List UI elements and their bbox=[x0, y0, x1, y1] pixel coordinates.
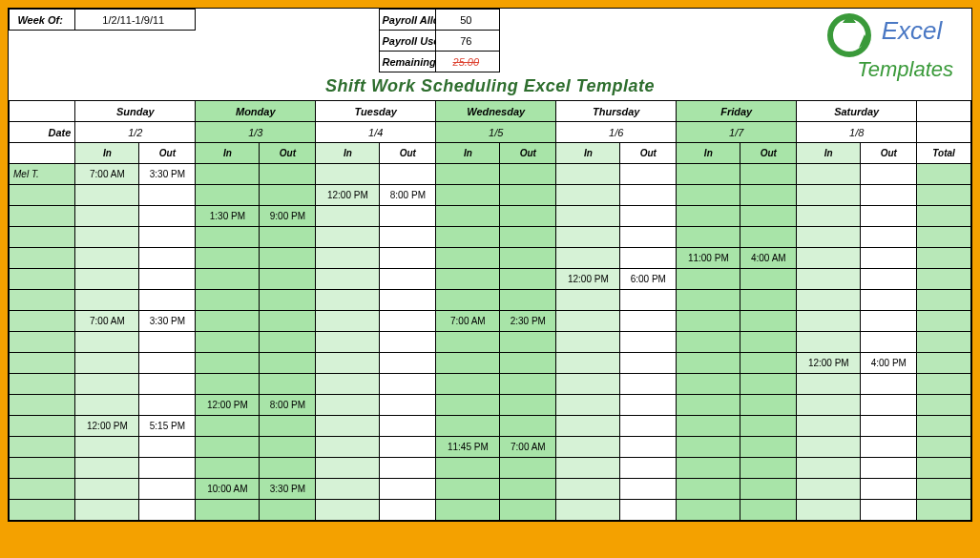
cell-in[interactable] bbox=[556, 374, 620, 395]
cell-out[interactable] bbox=[260, 269, 316, 290]
cell-out[interactable] bbox=[500, 395, 556, 416]
cell-out[interactable] bbox=[500, 479, 556, 500]
cell-in[interactable] bbox=[316, 500, 380, 521]
cell-in[interactable] bbox=[797, 185, 861, 206]
week-of-value[interactable]: 1/2/11-1/9/11 bbox=[75, 10, 196, 31]
cell-in[interactable] bbox=[556, 248, 620, 269]
cell-out[interactable] bbox=[620, 311, 677, 332]
employee-name-cell[interactable] bbox=[10, 500, 75, 521]
cell-out[interactable] bbox=[500, 332, 556, 353]
cell-out[interactable] bbox=[380, 248, 436, 269]
cell-out[interactable] bbox=[260, 458, 316, 479]
cell-out[interactable] bbox=[620, 353, 677, 374]
cell-out[interactable] bbox=[861, 248, 917, 269]
cell-out[interactable]: 4:00 AM bbox=[740, 248, 797, 269]
cell-out[interactable] bbox=[620, 227, 677, 248]
cell-out[interactable] bbox=[861, 374, 917, 395]
cell-in[interactable] bbox=[797, 290, 861, 311]
cell-out[interactable] bbox=[740, 311, 797, 332]
cell-in[interactable] bbox=[677, 479, 740, 500]
cell-in[interactable] bbox=[436, 416, 500, 437]
employee-name-cell[interactable] bbox=[10, 479, 75, 500]
cell-in[interactable]: 7:00 AM bbox=[436, 311, 500, 332]
cell-in[interactable]: 7:00 AM bbox=[75, 311, 139, 332]
cell-in[interactable] bbox=[556, 332, 620, 353]
employee-name-cell[interactable] bbox=[10, 437, 75, 458]
cell-out[interactable] bbox=[260, 353, 316, 374]
cell-in[interactable] bbox=[797, 437, 861, 458]
cell-in[interactable] bbox=[677, 290, 740, 311]
cell-in[interactable] bbox=[797, 269, 861, 290]
cell-in[interactable] bbox=[436, 395, 500, 416]
cell-in[interactable] bbox=[316, 353, 380, 374]
cell-in[interactable] bbox=[196, 332, 260, 353]
cell-in[interactable] bbox=[316, 416, 380, 437]
cell-out[interactable] bbox=[861, 395, 917, 416]
cell-out[interactable] bbox=[260, 437, 316, 458]
cell-out[interactable] bbox=[139, 437, 196, 458]
cell-out[interactable] bbox=[861, 164, 917, 185]
cell-in[interactable]: 12:00 PM bbox=[316, 185, 380, 206]
cell-in[interactable] bbox=[75, 248, 139, 269]
cell-out[interactable] bbox=[380, 332, 436, 353]
cell-out[interactable] bbox=[380, 206, 436, 227]
employee-name-cell[interactable] bbox=[10, 395, 75, 416]
cell-in[interactable] bbox=[677, 353, 740, 374]
cell-out[interactable] bbox=[380, 458, 436, 479]
cell-out[interactable] bbox=[861, 332, 917, 353]
cell-in[interactable] bbox=[436, 206, 500, 227]
cell-out[interactable]: 3:30 PM bbox=[260, 479, 316, 500]
cell-out[interactable] bbox=[740, 269, 797, 290]
cell-out[interactable] bbox=[861, 437, 917, 458]
cell-out[interactable]: 6:00 PM bbox=[620, 269, 677, 290]
cell-in[interactable] bbox=[677, 206, 740, 227]
cell-out[interactable] bbox=[620, 458, 677, 479]
cell-in[interactable] bbox=[797, 395, 861, 416]
cell-in[interactable] bbox=[677, 437, 740, 458]
cell-out[interactable] bbox=[740, 206, 797, 227]
cell-out[interactable]: 4:00 PM bbox=[861, 353, 917, 374]
cell-in[interactable] bbox=[797, 500, 861, 521]
cell-out[interactable]: 9:00 PM bbox=[260, 206, 316, 227]
cell-in[interactable] bbox=[75, 395, 139, 416]
cell-in[interactable] bbox=[797, 164, 861, 185]
cell-out[interactable]: 3:30 PM bbox=[139, 164, 196, 185]
cell-out[interactable] bbox=[861, 206, 917, 227]
cell-out[interactable] bbox=[861, 458, 917, 479]
cell-in[interactable] bbox=[677, 164, 740, 185]
cell-out[interactable] bbox=[620, 248, 677, 269]
cell-in[interactable] bbox=[677, 416, 740, 437]
cell-in[interactable]: 11:45 PM bbox=[436, 437, 500, 458]
cell-in[interactable]: 10:00 AM bbox=[196, 479, 260, 500]
cell-out[interactable] bbox=[740, 227, 797, 248]
cell-in[interactable] bbox=[196, 311, 260, 332]
cell-out[interactable]: 7:00 AM bbox=[500, 437, 556, 458]
cell-in[interactable] bbox=[436, 290, 500, 311]
cell-in[interactable] bbox=[677, 227, 740, 248]
cell-out[interactable] bbox=[380, 227, 436, 248]
cell-out[interactable] bbox=[139, 227, 196, 248]
cell-out[interactable] bbox=[620, 416, 677, 437]
cell-out[interactable] bbox=[620, 290, 677, 311]
cell-out[interactable] bbox=[139, 332, 196, 353]
cell-in[interactable] bbox=[196, 227, 260, 248]
cell-out[interactable] bbox=[380, 269, 436, 290]
cell-out[interactable] bbox=[139, 395, 196, 416]
cell-in[interactable] bbox=[556, 206, 620, 227]
employee-name-cell[interactable] bbox=[10, 269, 75, 290]
cell-out[interactable] bbox=[861, 479, 917, 500]
cell-in[interactable] bbox=[677, 332, 740, 353]
cell-in[interactable] bbox=[75, 353, 139, 374]
cell-out[interactable] bbox=[740, 395, 797, 416]
cell-in[interactable] bbox=[436, 374, 500, 395]
cell-out[interactable] bbox=[861, 500, 917, 521]
employee-name-cell[interactable] bbox=[10, 311, 75, 332]
cell-in[interactable] bbox=[556, 311, 620, 332]
cell-out[interactable] bbox=[139, 290, 196, 311]
cell-in[interactable] bbox=[556, 290, 620, 311]
cell-out[interactable]: 5:15 PM bbox=[139, 416, 196, 437]
cell-in[interactable] bbox=[436, 500, 500, 521]
cell-in[interactable] bbox=[196, 269, 260, 290]
cell-out[interactable] bbox=[620, 332, 677, 353]
cell-out[interactable] bbox=[620, 374, 677, 395]
